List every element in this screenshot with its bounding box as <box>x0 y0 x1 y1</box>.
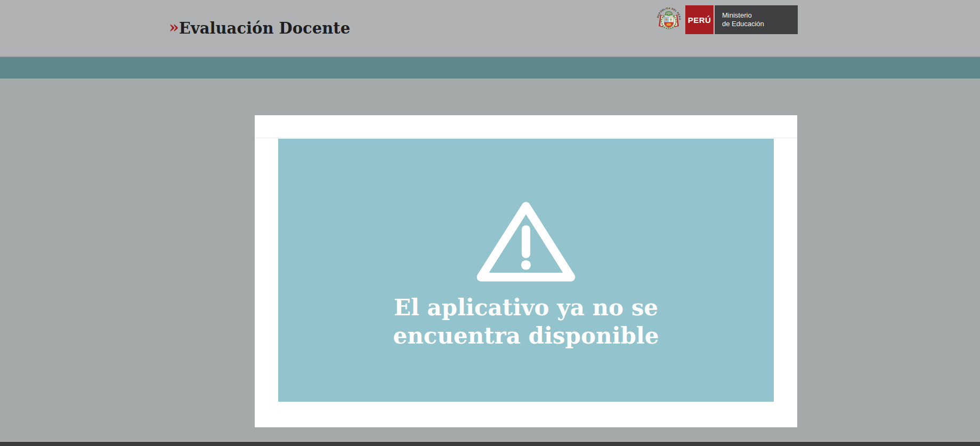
footer-strip <box>0 441 980 446</box>
ministry-name-box: Ministerio de Educación <box>715 5 798 34</box>
header: » Evaluación Docente REPÚBLICA DEL PERÚ <box>0 0 980 57</box>
unavailable-notice: El aplicativo ya no se encuentra disponi… <box>278 139 774 402</box>
ministry-name-line2: de Educación <box>722 20 798 28</box>
brand-chevrons-icon: » <box>169 19 177 35</box>
brand-link[interactable]: » Evaluación Docente <box>169 0 350 57</box>
card-header <box>255 115 797 138</box>
warning-triangle-icon <box>472 198 580 285</box>
page: » Evaluación Docente REPÚBLICA DEL PERÚ <box>0 0 980 446</box>
ministry-name-line1: Ministerio <box>722 11 798 20</box>
peru-label: PERÚ <box>688 15 711 25</box>
card-body: El aplicativo ya no se encuentra disponi… <box>255 138 797 427</box>
ministry-logo[interactable]: REPÚBLICA DEL PERÚ <box>655 5 798 34</box>
peru-red-box: PERÚ <box>685 5 715 34</box>
content-card: El aplicativo ya no se encuentra disponi… <box>255 115 797 427</box>
brand-title: Evaluación Docente <box>179 21 350 36</box>
unavailable-message: El aplicativo ya no se encuentra disponi… <box>334 293 718 350</box>
navbar <box>0 57 980 78</box>
peru-coat-of-arms-icon: REPÚBLICA DEL PERÚ <box>655 5 683 34</box>
